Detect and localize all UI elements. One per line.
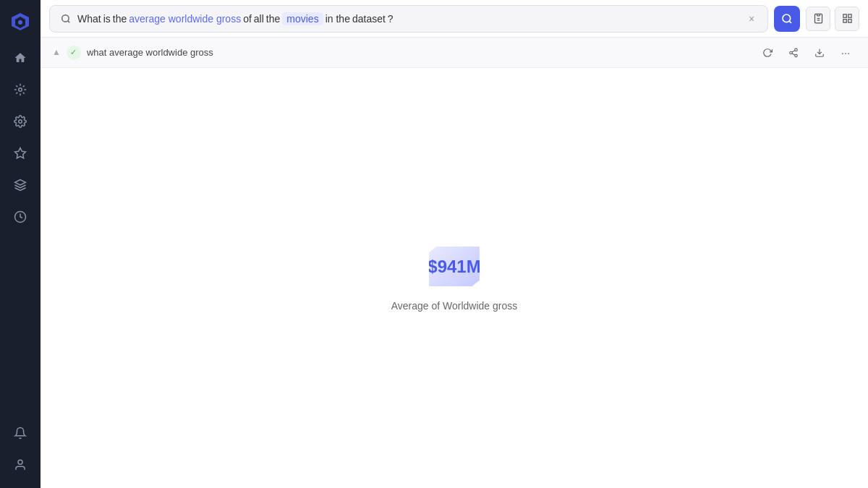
svg-point-22 [795,54,798,57]
refresh-button[interactable] [757,42,778,64]
metric-card: $941M Average of Worldwide gross [391,245,518,312]
token-the1: the [113,13,127,25]
token-dataset: dataset [352,13,386,25]
svg-rect-16 [843,14,846,17]
svg-point-2 [18,20,22,25]
svg-line-10 [68,20,70,22]
sidebar-item-settings[interactable] [6,107,35,136]
token-the2: the [266,13,280,25]
subtitle-left: ▲ ✓ what average worldwide gross [52,46,213,60]
svg-marker-5 [15,148,26,158]
main-content: What is the average worldwide gross of a… [41,0,868,488]
token-of: of [243,13,252,25]
svg-point-9 [62,14,69,21]
token-what: What [77,13,101,25]
share-button[interactable] [783,42,804,64]
metric-label: Average of Worldwide gross [391,300,518,312]
svg-rect-17 [848,14,851,17]
grid-icon-button[interactable] [835,7,859,31]
clear-button[interactable]: × [744,12,759,26]
app-logo [7,9,33,35]
token-all: all [254,13,264,25]
svg-line-12 [789,21,791,23]
svg-point-11 [783,14,791,22]
search-submit-button[interactable] [774,6,800,32]
sidebar-item-user[interactable] [6,450,35,479]
token-question: ? [388,13,393,25]
svg-rect-18 [843,20,846,22]
svg-point-4 [19,120,22,124]
clipboard-icon-button[interactable] [806,7,830,31]
sidebar-item-home[interactable] [6,43,35,72]
query-tokens: What is the average worldwide gross of a… [77,12,740,25]
svg-line-24 [792,50,795,51]
sidebar-item-notifications[interactable] [6,419,35,448]
sidebar-item-history[interactable] [6,202,35,231]
chevron-up-icon: ▲ [52,47,61,57]
svg-point-3 [19,88,22,92]
token-is: is [103,13,111,25]
svg-marker-6 [15,180,26,186]
search-input-wrapper[interactable]: What is the average worldwide gross of a… [49,5,768,33]
search-bar: What is the average worldwide gross of a… [41,0,868,38]
subtitle-right: ··· [757,42,856,64]
more-options-button[interactable]: ··· [835,42,856,64]
export-button[interactable] [809,42,830,64]
svg-point-20 [795,48,798,51]
svg-rect-13 [817,14,820,16]
svg-rect-19 [848,20,851,22]
token-movies: movies [282,12,323,25]
subtitle-text: what average worldwide gross [87,47,213,58]
toolbar-icons [806,7,859,31]
sidebar-item-favorites[interactable] [6,139,35,168]
search-icon [59,12,73,26]
svg-point-21 [790,51,793,54]
svg-line-23 [792,53,795,54]
metric-icon-shape: $941M [429,247,480,286]
token-average-worldwide-gross: average worldwide gross [129,13,241,25]
check-icon: ✓ [67,46,81,60]
subtitle-bar: ▲ ✓ what average worldwide gross [41,38,868,68]
metric-icon-container: $941M [425,245,483,288]
sidebar [0,0,41,488]
token-in-the: in the [326,13,350,25]
sidebar-item-explore[interactable] [6,75,35,104]
metric-value-display: $941M [427,257,480,277]
svg-point-8 [18,460,22,464]
sidebar-item-layers[interactable] [6,171,35,200]
result-area: $941M Average of Worldwide gross [41,68,868,488]
